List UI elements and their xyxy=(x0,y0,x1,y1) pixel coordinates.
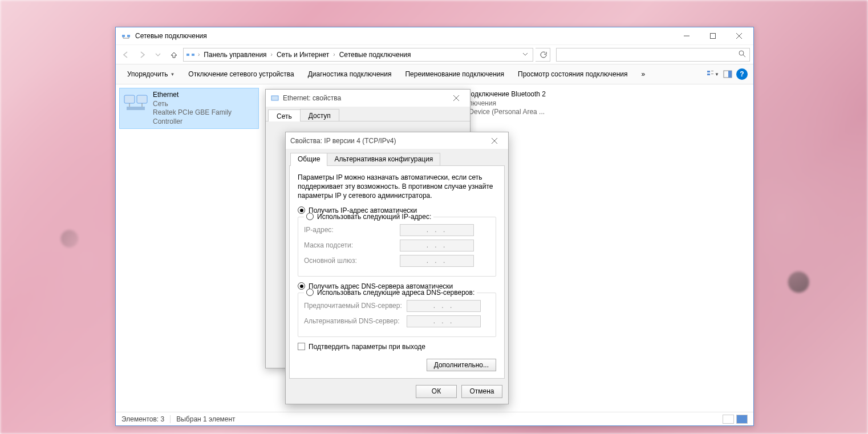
gateway-input[interactable]: . . . xyxy=(400,255,474,267)
radio-icon xyxy=(306,289,314,296)
selection-count: Выбран 1 элемент xyxy=(176,415,235,423)
details-view-icon[interactable] xyxy=(723,415,734,424)
alternate-dns-input[interactable]: . . . xyxy=(407,315,481,327)
advanced-button[interactable]: Дополнительно... xyxy=(427,359,496,371)
chevron-down-icon: ▼ xyxy=(170,72,175,77)
svg-line-9 xyxy=(743,55,745,57)
breadcrumb-item[interactable]: Сетевые подключения xyxy=(337,48,413,61)
svg-rect-15 xyxy=(728,71,732,78)
adapter-icon xyxy=(270,94,279,103)
radio-icon xyxy=(298,282,305,290)
svg-rect-17 xyxy=(137,95,147,103)
checkbox-icon xyxy=(298,343,305,350)
preferred-dns-input[interactable]: . . . xyxy=(407,300,481,312)
chevron-right-icon[interactable]: › xyxy=(197,51,200,58)
back-button[interactable] xyxy=(119,48,133,62)
breadcrumb-item[interactable]: Сеть и Интернет xyxy=(274,48,331,61)
address-bar[interactable]: › Панель управления › Сеть и Интернет › … xyxy=(183,48,533,62)
item-count: Элементов: 3 xyxy=(121,415,164,423)
preferred-dns-label: Предпочитаемый DNS-сервер: xyxy=(304,302,407,310)
connection-name: Ethernet xyxy=(153,91,255,100)
breadcrumb-item[interactable]: Панель управления xyxy=(201,48,269,61)
ipv4-tabs: Общие Альтернативная конфигурация xyxy=(289,153,505,166)
ip-address-input[interactable]: . . . xyxy=(400,224,474,236)
svg-rect-6 xyxy=(186,54,189,56)
large-icons-view-icon[interactable] xyxy=(736,415,748,424)
ip-address-label: IP-адрес: xyxy=(304,226,400,234)
organize-menu[interactable]: Упорядочить▼ xyxy=(121,68,180,80)
validate-on-exit-checkbox[interactable]: Подтвердить параметры при выходе xyxy=(298,343,496,351)
dialog-footer: ОК Отмена xyxy=(286,379,508,404)
svg-rect-0 xyxy=(122,35,125,37)
preview-pane-icon[interactable] xyxy=(721,68,734,80)
search-icon xyxy=(738,50,746,59)
command-toolbar: Упорядочить▼ Отключение сетевого устройс… xyxy=(116,64,753,84)
dialog-tabs: Сеть Доступ xyxy=(266,107,470,121)
subnet-mask-label: Маска подсети: xyxy=(304,241,400,249)
help-icon[interactable]: ? xyxy=(736,68,748,80)
window-title: Сетевые подключения xyxy=(135,32,674,40)
connection-item-ethernet[interactable]: Ethernet Сеть Realtek PCIe GBE Family Co… xyxy=(119,88,259,129)
chevron-right-icon[interactable]: › xyxy=(270,51,273,58)
svg-rect-13 xyxy=(711,74,713,74)
connection-item-bluetooth[interactable]: е подключение Bluetooth 2 дключения th D… xyxy=(458,88,629,119)
svg-rect-7 xyxy=(192,54,194,56)
svg-rect-11 xyxy=(707,74,710,75)
tab-alt-config[interactable]: Альтернативная конфигурация xyxy=(327,153,440,166)
connection-device: Realtek PCIe GBE Family Controller xyxy=(153,108,255,126)
disable-device-button[interactable]: Отключение сетевого устройства xyxy=(182,68,299,80)
connection-name: е подключение Bluetooth 2 xyxy=(461,90,546,99)
subnet-mask-input[interactable]: . . . xyxy=(400,240,474,252)
ethernet-adapter-icon xyxy=(123,91,148,113)
radio-icon xyxy=(298,206,305,214)
network-icon xyxy=(121,31,131,40)
view-options-icon[interactable]: ▼ xyxy=(707,68,719,80)
tab-general[interactable]: Общие xyxy=(290,153,327,166)
maximize-button[interactable] xyxy=(700,27,726,44)
close-button[interactable] xyxy=(447,91,465,105)
close-button[interactable] xyxy=(485,134,504,148)
chevron-right-icon[interactable]: › xyxy=(332,51,335,58)
address-dropdown-icon[interactable] xyxy=(520,51,530,59)
dialog-title: Ethernet: свойства xyxy=(283,94,447,102)
tab-network[interactable]: Сеть xyxy=(268,109,301,121)
info-text: Параметры IP можно назначать автоматичес… xyxy=(298,173,496,201)
dialog-titlebar: Свойства: IP версии 4 (TCP/IPv4) xyxy=(286,132,508,149)
window-titlebar: Сетевые подключения xyxy=(116,27,753,44)
radio-use-ip-manual[interactable]: Использовать следующий IP-адрес: xyxy=(304,213,433,221)
tab-sharing[interactable]: Доступ xyxy=(300,109,339,121)
svg-rect-19 xyxy=(271,96,278,100)
refresh-button[interactable] xyxy=(536,48,550,62)
svg-rect-16 xyxy=(124,95,135,103)
dialog-title: Свойства: IP версии 4 (TCP/IPv4) xyxy=(290,137,485,145)
radio-use-dns-manual[interactable]: Использовать следующие адреса DNS-сервер… xyxy=(304,289,477,297)
navigation-row: › Панель управления › Сеть и Интернет › … xyxy=(116,44,753,64)
view-status-button[interactable]: Просмотр состояния подключения xyxy=(512,68,633,80)
dialog-titlebar: Ethernet: свойства xyxy=(266,90,470,107)
svg-rect-12 xyxy=(711,71,713,71)
alternate-dns-label: Альтернативный DNS-сервер: xyxy=(304,317,407,325)
toolbar-overflow[interactable]: » xyxy=(636,68,651,80)
up-button[interactable] xyxy=(167,48,181,62)
ipv4-properties-dialog: Свойства: IP версии 4 (TCP/IPv4) Общие А… xyxy=(285,132,509,404)
close-button[interactable] xyxy=(726,27,752,44)
status-bar: Элементов: 3 Выбран 1 элемент xyxy=(116,412,753,425)
minimize-button[interactable] xyxy=(674,27,700,44)
svg-rect-1 xyxy=(127,35,130,37)
diagnose-button[interactable]: Диагностика подключения xyxy=(302,68,398,80)
connection-status: Сеть xyxy=(153,100,255,109)
ok-button[interactable]: ОК xyxy=(416,385,457,398)
svg-rect-18 xyxy=(127,107,145,110)
network-icon xyxy=(186,50,195,59)
general-panel: Параметры IP можно назначать автоматичес… xyxy=(289,165,505,379)
recent-dropdown[interactable] xyxy=(151,48,165,62)
svg-rect-3 xyxy=(711,34,716,39)
connection-status: дключения xyxy=(461,99,546,108)
rename-button[interactable]: Переименование подключения xyxy=(399,68,510,80)
cancel-button[interactable]: Отмена xyxy=(461,385,502,398)
forward-button[interactable] xyxy=(135,48,149,62)
search-input[interactable] xyxy=(556,48,750,62)
connection-device: th Device (Personal Area ... xyxy=(461,108,546,117)
svg-point-8 xyxy=(739,51,744,55)
radio-icon xyxy=(306,213,314,220)
